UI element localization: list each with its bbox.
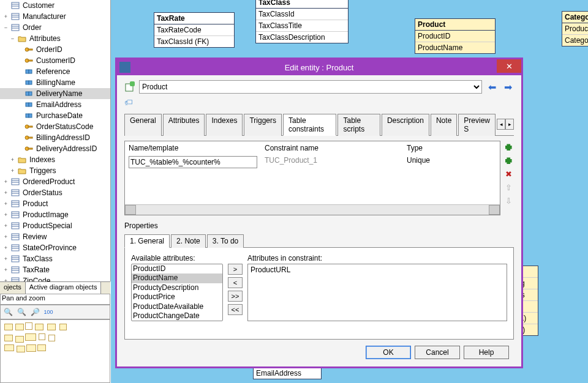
add-unique-icon[interactable]: 🞧 <box>503 142 513 152</box>
move-left-button[interactable]: < <box>228 277 243 288</box>
tree-item-product[interactable]: +Product <box>0 198 110 209</box>
tree-twisty[interactable]: − <box>9 35 16 42</box>
tree-item-zipcode[interactable]: +ZipCode <box>0 275 110 281</box>
tree-item-orderedproduct[interactable]: +OrderedProduct <box>0 176 110 187</box>
next-entity-button[interactable]: ➡ <box>502 81 514 93</box>
tree-item-manufacturer[interactable]: +Manufacturer <box>0 11 110 22</box>
close-button[interactable]: ✕ <box>497 59 521 73</box>
entity-category[interactable]: Catego Produc Catego <box>562 11 588 46</box>
list-item[interactable]: ProductPrice <box>132 292 222 302</box>
ok-button[interactable]: OK <box>366 346 411 359</box>
entity-product[interactable]: Product ProductID ProductName <box>415 18 496 54</box>
tab-general[interactable]: General <box>124 114 162 136</box>
zoom-out-icon[interactable]: 🔍 <box>17 307 26 317</box>
tree-item-customerid[interactable]: CustomerID <box>0 55 110 66</box>
tree-twisty[interactable]: + <box>2 179 9 185</box>
tree-item-indexes[interactable]: +Indexes <box>0 154 110 165</box>
tree-twisty[interactable] <box>16 102 23 108</box>
tab-scroll-left[interactable]: ◂ <box>497 119 505 130</box>
add-check-icon[interactable]: 🞧 <box>503 155 513 165</box>
tab-attributes[interactable]: Attributes <box>163 114 205 136</box>
tab-preview-s[interactable]: Preview S <box>458 114 496 136</box>
tab-scroll-right[interactable]: ▸ <box>505 119 514 130</box>
tree-twisty[interactable]: + <box>2 212 9 218</box>
tree-twisty[interactable]: + <box>2 13 9 20</box>
minimap[interactable] <box>0 319 110 383</box>
tree-item-productspecial[interactable]: +ProductSpecial <box>0 220 110 231</box>
tree-twisty[interactable]: + <box>2 256 9 262</box>
tab-table-scripts[interactable]: Table scripts <box>337 114 380 136</box>
list-item[interactable]: ProductChangeDate <box>132 311 222 321</box>
zoom-in-icon[interactable]: 🔍 <box>3 307 13 317</box>
list-item[interactable]: ProductyDescription <box>132 283 222 292</box>
tab-triggers[interactable]: Triggers <box>244 114 282 136</box>
grid-scrollbar[interactable] <box>125 204 500 215</box>
attrs-in-constraint-list[interactable]: ProductURL <box>247 264 507 321</box>
constraint-type-cell[interactable]: Unique <box>403 155 500 169</box>
entity-bottom[interactable]: EmailAddress <box>253 367 322 379</box>
constraint-name-cell[interactable]: TUC_Product_1 <box>261 155 403 169</box>
tree-twisty[interactable] <box>16 113 23 119</box>
delete-icon[interactable]: ✖ <box>503 169 513 179</box>
move-right-button[interactable]: > <box>228 264 243 275</box>
tree-twisty[interactable] <box>16 58 23 64</box>
tree-item-billingname[interactable]: BillingName <box>0 77 110 88</box>
tree-item-productimage[interactable]: +ProductImage <box>0 209 110 220</box>
subtab-note[interactable]: 2. Note <box>171 234 206 248</box>
tree-item-triggers[interactable]: +Triggers <box>0 165 110 176</box>
tree-item-order[interactable]: −Order <box>0 22 110 33</box>
list-item[interactable]: ProductDateAvailable <box>132 302 222 311</box>
tree-twisty[interactable]: + <box>2 190 9 196</box>
tree-tab-active-diagram[interactable]: Active diagram objects <box>26 282 102 294</box>
entity-select[interactable]: Product <box>139 80 482 94</box>
list-item[interactable]: ProductID <box>132 264 222 273</box>
zoom-fit-icon[interactable]: 🔎 <box>30 307 40 317</box>
tree-twisty[interactable] <box>16 80 23 86</box>
tree-item-taxrate[interactable]: +TaxRate <box>0 264 110 275</box>
tree-twisty[interactable]: + <box>9 168 16 174</box>
tree-twisty[interactable]: − <box>2 24 9 31</box>
tree-item-taxclass[interactable]: +TaxClass <box>0 253 110 264</box>
tree-item-deliveryaddressid[interactable]: DeliveryAddressID <box>0 143 110 154</box>
tree-item-attributes[interactable]: −Attributes <box>0 33 110 44</box>
tree-twisty[interactable] <box>2 2 9 9</box>
tree-twisty[interactable] <box>16 46 23 53</box>
available-attrs-list[interactable]: ProductIDProductNameProductyDescriptionP… <box>131 264 223 321</box>
entity-taxrate[interactable]: TaxRate TaxRateCode TaxClassId (FK) <box>154 12 235 48</box>
tree-twisty[interactable] <box>16 135 23 141</box>
tag-icon[interactable]: 🏷 <box>124 97 133 107</box>
tab-indexes[interactable]: Indexes <box>206 114 243 136</box>
tree-twisty[interactable]: + <box>2 267 9 273</box>
tree-item-orderid[interactable]: OrderID <box>0 44 110 55</box>
move-all-right-button[interactable]: >> <box>228 291 243 302</box>
tree-twisty[interactable] <box>16 91 23 97</box>
cancel-button[interactable]: Cancel <box>415 346 460 359</box>
new-entity-icon[interactable] <box>124 81 135 92</box>
tree-twisty[interactable]: + <box>2 201 9 207</box>
template-input[interactable] <box>129 156 257 168</box>
tree-item-review[interactable]: +Review <box>0 231 110 242</box>
tree-twisty[interactable]: + <box>9 157 16 163</box>
tree-item-orderstatuscode[interactable]: OrderStatusCode <box>0 121 110 132</box>
subtab-general[interactable]: 1. General <box>124 234 170 248</box>
tree-item-deliveryname[interactable]: DeliveryName <box>0 88 110 99</box>
prev-entity-button[interactable]: ⬅ <box>486 81 498 93</box>
dialog-titlebar[interactable]: Edit entity : Product ✕ <box>117 59 521 75</box>
tree-twisty[interactable] <box>16 124 23 130</box>
list-item[interactable]: ProductURL <box>251 266 504 274</box>
move-all-left-button[interactable]: << <box>228 304 243 315</box>
tree-twisty[interactable]: + <box>2 245 9 251</box>
tree-item-reference[interactable]: Reference <box>0 66 110 77</box>
tree-item-emailaddress[interactable]: EmailAddress <box>0 99 110 110</box>
tree-item-customer[interactable]: Customer <box>0 0 110 11</box>
tab-description[interactable]: Description <box>382 114 429 136</box>
list-item[interactable]: ProductName <box>132 273 222 283</box>
tree-item-purchasedate[interactable]: PurchaseDate <box>0 110 110 121</box>
tree-item-stateorprovince[interactable]: +StateOrProvince <box>0 242 110 253</box>
tree-twisty[interactable]: + <box>2 223 9 229</box>
tree-twisty[interactable]: + <box>2 234 9 240</box>
zoom-100-icon[interactable]: 100 <box>43 307 53 317</box>
tree-item-orderstatus[interactable]: +OrderStatus <box>0 187 110 198</box>
move-down-icon[interactable]: ⇩ <box>503 196 513 206</box>
tab-note[interactable]: Note <box>431 114 457 136</box>
